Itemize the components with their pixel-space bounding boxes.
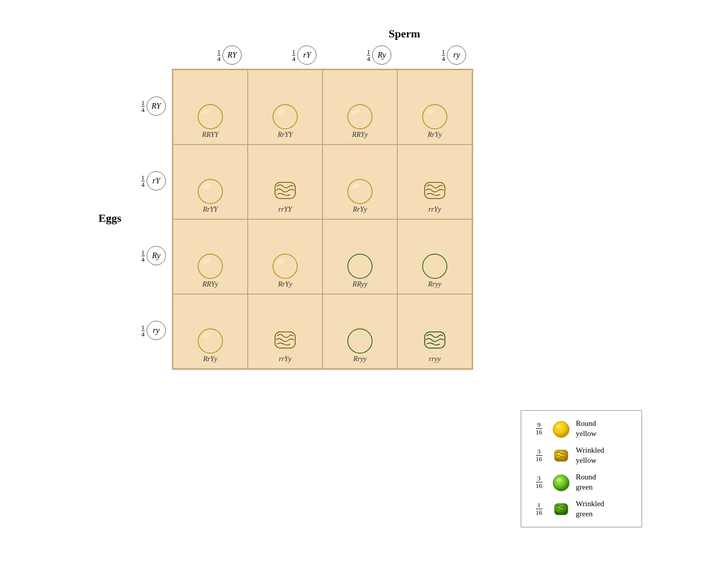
- genotype-label: rrYy: [429, 206, 441, 214]
- row-labels: 1 4 RY 1 4 rY 1: [126, 69, 172, 370]
- pea-icon: [420, 325, 450, 355]
- svg-point-20: [423, 254, 447, 278]
- pea-icon: [270, 250, 300, 280]
- genotype-label: RrYy: [278, 280, 292, 288]
- grid-cell-1-0: RrYY: [173, 144, 248, 219]
- genotype-label: RRYY: [202, 131, 218, 139]
- legend-pea-wrinkled-yellow: [552, 446, 571, 465]
- genotype-label: rryy: [429, 355, 440, 363]
- grid-cell-0-2: RRYy: [323, 70, 397, 144]
- genotype-label: RRYy: [352, 131, 368, 139]
- sperm-headers: 1 4 RY 1 4 rY 1 4 Ry 1 4 ry: [192, 45, 642, 65]
- grid-cell-0-0: RRYY: [173, 70, 248, 144]
- legend-pea-wrinkled-green: [552, 500, 571, 519]
- pea-icon: [270, 175, 300, 206]
- egg-row-label-1: 1 4 rY: [126, 143, 172, 218]
- svg-rect-10: [275, 182, 295, 199]
- genotype-label: RrYY: [278, 131, 293, 139]
- grid-cell-3-3: rryy: [397, 294, 472, 369]
- eggs-title: Eggs: [99, 212, 121, 225]
- svg-point-8: [198, 179, 222, 204]
- grid-cell-0-3: RrYy: [397, 70, 472, 144]
- pea-icon: [345, 250, 375, 280]
- pea-icon: [345, 101, 375, 131]
- grid-cell-2-2: RRyy: [323, 219, 397, 294]
- genotype-label: Rryy: [428, 280, 441, 288]
- genotype-label: RRYy: [203, 280, 218, 288]
- svg-point-14: [198, 254, 222, 278]
- svg-point-18: [348, 254, 372, 278]
- svg-point-4: [348, 105, 372, 129]
- grid-cell-2-0: RRYy: [173, 219, 248, 294]
- svg-point-1: [202, 108, 211, 115]
- sperm-genotype-2: Ry: [372, 45, 391, 65]
- pea-icon: [420, 101, 450, 131]
- legend-pea-round-green: [552, 473, 571, 492]
- grid-area: 1 4 RY 1 4 rY 1: [126, 69, 473, 370]
- egg-row-label-2: 1 4 Ry: [126, 218, 172, 293]
- svg-rect-13: [425, 182, 445, 199]
- svg-point-31: [553, 475, 569, 491]
- svg-point-0: [198, 105, 222, 129]
- grid-cell-0-1: RrYY: [248, 70, 323, 144]
- grid-cell-3-1: rrYy: [248, 294, 323, 369]
- svg-point-28: [553, 421, 569, 437]
- legend-pea-round-yellow: [552, 419, 571, 438]
- svg-point-6: [423, 105, 447, 129]
- legend-text-round-yellow: Roundyellow: [576, 419, 597, 438]
- legend-item-round-yellow: 9 16 Roundyellow: [531, 419, 631, 438]
- pea-icon: [195, 250, 225, 280]
- egg-row-label-0: 1 4 RY: [126, 69, 172, 143]
- sperm-frac-0: 1 4: [217, 48, 221, 62]
- grid-cell-3-0: RrYy: [173, 294, 248, 369]
- genotype-label: Rryy: [353, 355, 367, 363]
- svg-point-15: [202, 258, 211, 265]
- grid-with-labels: 1 4 RY 1 4 rY 1: [126, 69, 473, 370]
- legend-text-wrinkled-green: Wrinkledgreen: [576, 499, 604, 519]
- genotype-label: RrYY: [203, 206, 218, 214]
- pea-icon: [195, 325, 225, 355]
- pea-icon: [345, 325, 375, 355]
- legend-text-round-green: Roundgreen: [576, 472, 596, 492]
- sperm-frac-3: 1 4: [442, 48, 445, 62]
- grid-cell-2-3: Rryy: [397, 219, 472, 294]
- pea-icon: [270, 101, 300, 131]
- pea-icon: [195, 101, 225, 131]
- svg-point-2: [273, 105, 297, 129]
- pea-icon: [420, 250, 450, 280]
- genotype-label: RrYy: [353, 206, 367, 214]
- svg-point-11: [348, 179, 372, 204]
- egg-row-label-3: 1 4 ry: [126, 293, 172, 368]
- svg-point-16: [273, 254, 297, 278]
- sperm-genotype-0: RY: [222, 45, 242, 65]
- grid-cell-3-2: Rryy: [323, 294, 397, 369]
- pea-icon: [420, 175, 450, 206]
- content-row: Eggs 1 4 RY 1: [86, 69, 642, 370]
- svg-point-7: [426, 108, 435, 115]
- svg-point-12: [351, 183, 360, 190]
- genotype-label: rrYy: [279, 355, 292, 363]
- sperm-frac-2: 1 4: [367, 48, 371, 62]
- sperm-header-ry: 1 4 ry: [417, 45, 491, 65]
- sperm-title: Sperm: [167, 27, 642, 40]
- grid-cell-1-2: RrYy: [323, 144, 397, 219]
- svg-point-19: [351, 258, 360, 265]
- svg-point-23: [202, 332, 211, 339]
- svg-point-21: [426, 258, 435, 265]
- legend-text-wrinkled-yellow: Wrinkledyellow: [576, 446, 604, 465]
- svg-point-5: [351, 108, 360, 115]
- svg-point-22: [198, 329, 222, 353]
- pea-icon: [270, 325, 300, 355]
- punnett-grid: RRYY RrYY RR: [172, 69, 473, 370]
- svg-point-17: [277, 258, 286, 265]
- svg-rect-27: [425, 332, 445, 348]
- svg-point-26: [351, 332, 360, 339]
- sperm-header-Ry: 1 4 Ry: [342, 45, 417, 65]
- sperm-header-RY: 1 4 RY: [192, 45, 267, 65]
- genotype-label: RrYy: [428, 131, 442, 139]
- genotype-label: RrYy: [203, 355, 217, 363]
- grid-cell-1-3: rrYy: [397, 144, 472, 219]
- sperm-genotype-3: ry: [447, 45, 466, 65]
- svg-rect-24: [275, 332, 295, 348]
- pea-icon: [345, 175, 375, 206]
